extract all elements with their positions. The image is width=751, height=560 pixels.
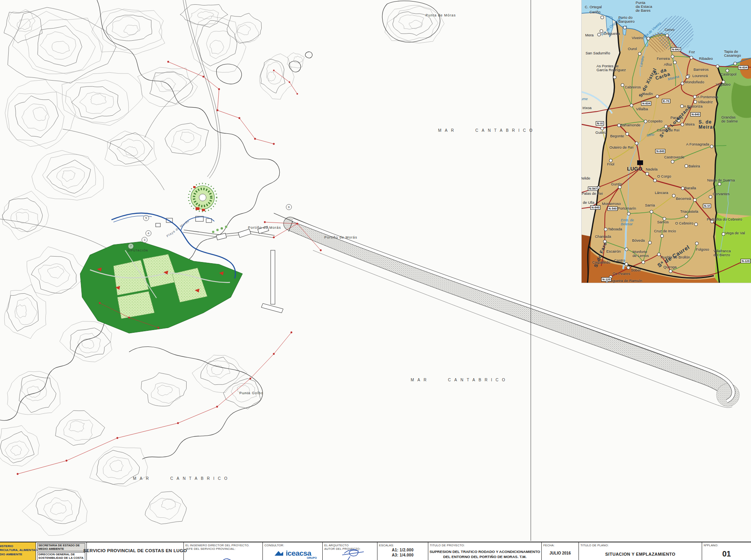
park-area: [80, 242, 243, 333]
land-roads: [0, 0, 221, 257]
fecha-value: JULIO 2016: [542, 551, 579, 555]
fecha-label: FECHA:: [542, 542, 579, 547]
titulo-plano-value: SITUACION Y EMPLAZAMIENTO: [579, 552, 702, 556]
roundabout-park: [189, 183, 217, 212]
iceacsa-logo-icon: [274, 550, 284, 557]
secretaria-cell: SECRETARIA DE ESTADO DE MEDIO AMBIENTE D…: [36, 542, 87, 560]
project-location-hatch-2: [649, 32, 669, 52]
ministry-logo-cell: MINISTERIO AGRICULTURA, ALIMENTACION MED…: [0, 542, 36, 560]
num-plano-value: 01: [702, 549, 751, 558]
title-block: MINISTERIO AGRICULTURA, ALIMENTACION MED…: [0, 542, 751, 560]
inset-map-lugo: C. OrtegalCariñoPunta da Estaca de Bares…: [581, 0, 751, 283]
titulo-proyecto-line1: SUPRESION DEL TRAFICO RODADO Y ACONDICIO…: [428, 549, 541, 554]
ministry-line3: MEDIO AMBIENTE: [0, 553, 36, 556]
ingeniero-label-1: EL INGENIERO DIRECTOR DEL PROYECTO.: [184, 542, 262, 547]
num-plano-cell: NºPLANO: 01: [702, 542, 751, 560]
arquitecto-signature: [323, 545, 377, 560]
iceacsa-logo: iceacsa: [263, 549, 322, 557]
fecha-cell: FECHA: JULIO 2016: [542, 542, 579, 560]
inset-map-drawing: [582, 0, 751, 283]
iceacsa-logo-text: iceacsa: [286, 549, 311, 557]
coastline: [0, 0, 440, 459]
consultor-cell: CONSULTOR: iceacsa GRUPO: [263, 542, 323, 560]
ministry-line1: MINISTERIO: [0, 544, 36, 548]
consultor-label: CONSULTOR:: [263, 542, 322, 547]
titulo-plano-label: TITULO DE PLANO:: [579, 542, 702, 547]
ministry-line2: AGRICULTURA, ALIMENTACION: [0, 548, 36, 552]
escala-a1: A1: 1/2.000: [377, 548, 428, 552]
titulo-proyecto-cell: TITULO DE PROYECTO: SUPRESION DEL TRAFIC…: [428, 542, 542, 560]
servicio-cell: SERVICIO PROVINCIAL DE COSTAS EN LUGO: [87, 542, 184, 560]
escala-a3: A3: 1/4.000: [377, 553, 428, 557]
escalas-cell: ESCALAS: A1: 1/2.000 A3: 1/4.000: [377, 542, 428, 560]
direccion-label: DIRECCION GENERAL DE SOSTENIBILIDAD DE L…: [37, 552, 85, 560]
escalas-label: ESCALAS:: [377, 542, 428, 547]
ingeniero-cell: EL INGENIERO DIRECTOR DEL PROYECTO. JEFE…: [184, 542, 263, 560]
titulo-proyecto-line2: DEL ENTORNO DEL PORTIÑO DE MORAS. T.M.: [428, 555, 541, 559]
ingeniero-signature: [184, 549, 262, 560]
inset-land-leon: [715, 213, 751, 283]
num-plano-label: NºPLANO:: [702, 542, 751, 547]
ministry-text: MINISTERIO AGRICULTURA, ALIMENTACION MED…: [0, 542, 36, 556]
secretaria-label: SECRETARIA DE ESTADO DE MEDIO AMBIENTE: [37, 543, 85, 551]
titulo-proyecto-label: TITULO DE PROYECTO:: [428, 542, 541, 547]
arquitecto-cell: EL ARQUITECTO AUTOR DEL PROYECTO:: [323, 542, 377, 560]
servicio-label: SERVICIO PROVINCIAL DE COSTAS EN LUGO: [83, 548, 187, 553]
titulo-plano-cell: TITULO DE PLANO: SITUACION Y EMPLAZAMIEN…: [579, 542, 702, 560]
plan-sheet: { "doc": { "ministry_line1": "MINISTERIO…: [0, 0, 751, 560]
